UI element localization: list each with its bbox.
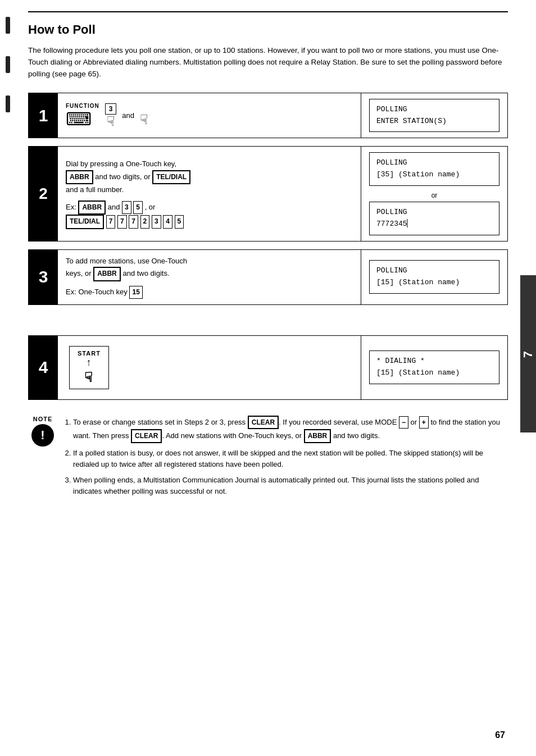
up-arrow-icon: ↑ [78, 357, 101, 368]
digit-3b: 3 [152, 215, 161, 228]
step-1-and: and [122, 111, 134, 120]
step-2-example: Ex: ABBR and 3 5 , or TEL/DIAL 7 7 7 2 3… [66, 201, 353, 229]
step-3-display-box: POLLING [15] (Station name) [369, 260, 499, 294]
step-4-display-box: * DIALING * [15] (Station name) [369, 350, 499, 384]
clear-box-2: CLEAR [131, 429, 162, 443]
step-2-display-box-2: POLLING 7772345▏ [369, 202, 499, 235]
step-2-display: POLLING [35] (Station name) or POLLING 7… [361, 147, 507, 240]
step-1-inner: FUNCTION ⌨ 3 ☟ and _ ☟ [66, 103, 353, 128]
step-3-row: 3 To add more stations, use One-Touch ke… [28, 249, 508, 305]
step2-line1a: Dial by pressing a One-Touch key, [66, 160, 176, 168]
step-1-display-line1: POLLING [376, 105, 407, 113]
key-15-box: 15 [129, 286, 142, 299]
page-number: 67 [495, 730, 505, 740]
step-3-text: To add more stations, use One-Touch keys… [66, 256, 353, 281]
note-text: To erase or change stations set in Steps… [63, 416, 508, 502]
note-item-2: If a polled station is busy, or does not… [73, 448, 508, 470]
step-4-content: START ↑ ☟ [58, 336, 361, 399]
step-2-content: Dial by pressing a One-Touch key, ABBR a… [58, 147, 361, 240]
function-label: FUNCTION [66, 103, 99, 109]
step-1-row: 1 FUNCTION ⌨ 3 ☟ and _ ☟ [28, 93, 508, 139]
step2-disp2-l1: POLLING [376, 208, 407, 216]
step-4-number: 4 [29, 336, 58, 399]
digit-3: 3 [122, 201, 131, 214]
start-label: START [78, 350, 101, 357]
step-3-display: POLLING [15] (Station name) [361, 250, 507, 304]
binding-marks [6, 17, 10, 112]
hand-icon-2: ☟ [140, 113, 148, 126]
start-button-area: START ↑ ☟ [69, 346, 349, 389]
step2-disp1-l1: POLLING [376, 158, 407, 167]
step3-line2b: and two digits. [122, 269, 169, 277]
intro-paragraph: The following procedure lets you poll on… [28, 45, 508, 80]
step-3-content: To add more stations, use One-Touch keys… [58, 250, 361, 304]
abbr-box-2: ABBR [78, 201, 106, 215]
teldial-box-1: TEL/DIAL [152, 170, 190, 184]
binding-mark-2 [6, 56, 10, 73]
start-hand-icon: ☟ [78, 370, 101, 385]
step2-and2: and [108, 203, 122, 211]
top-rule [28, 11, 508, 12]
step-3-number: 3 [29, 250, 58, 304]
step-3-example: Ex: One-Touch key 15 [66, 286, 353, 299]
step3-disp-l2: [15] (Station name) [376, 278, 460, 286]
step2-ex1: Ex: [66, 203, 78, 211]
page-title: How to Poll [28, 22, 508, 37]
step-2-row: 2 Dial by pressing a One-Touch key, ABBR… [28, 146, 508, 241]
step2-and1: and two digits, or [95, 172, 152, 181]
note-section: NOTE ! To erase or change stations set i… [28, 416, 508, 502]
step-1-display: POLLING ENTER STATION(S) [361, 93, 507, 138]
key-3-box: 3 [105, 103, 117, 115]
spacer [28, 313, 508, 335]
step4-disp-l1: * DIALING * [376, 357, 425, 365]
note-label: NOTE [33, 416, 53, 422]
step3-line1: To add more stations, use One-Touch [66, 257, 187, 265]
step-2-text: Dial by pressing a One-Touch key, ABBR a… [66, 158, 353, 196]
digit-7a: 7 [106, 215, 116, 228]
step-1-display-line2: ENTER STATION(S) [376, 117, 447, 125]
binding-mark-1 [6, 17, 10, 34]
step2-disp2-l2: 7772345▏ [376, 220, 411, 228]
binding-mark-3 [6, 95, 10, 112]
start-button[interactable]: START ↑ ☟ [69, 346, 109, 389]
step4-disp-l2: [15] (Station name) [376, 368, 460, 377]
clear-box-1: CLEAR [248, 416, 279, 430]
note-item-3: When polling ends, a Multistation Commun… [73, 475, 508, 497]
step-1-function-area: FUNCTION ⌨ [66, 103, 99, 128]
abbr-box-note: ABBR [304, 429, 331, 443]
note-icon: ! [31, 424, 54, 447]
mode-minus: − [399, 416, 408, 429]
step-4-display: * DIALING * [15] (Station name) [361, 336, 507, 399]
digit-7c: 7 [129, 215, 138, 228]
mode-plus: + [419, 416, 429, 429]
step3-ex: Ex: One-Touch key [66, 288, 129, 296]
digit-2: 2 [140, 215, 150, 228]
step2-line2: and a full number. [66, 185, 124, 194]
note-item-1: To erase or change stations set in Steps… [73, 416, 508, 443]
step-1-number: 1 [29, 93, 58, 138]
page-container: 7 How to Poll The following procedure le… [0, 0, 536, 756]
step-4-row: 4 START ↑ ☟ * DIALING * [15] (Station na… [28, 335, 508, 400]
note-label-col: NOTE ! [28, 416, 57, 447]
hand-icon-1: ☟ [107, 115, 115, 128]
keyboard-icon: ⌨ [66, 110, 99, 128]
abbr-box-1: ABBR [66, 170, 93, 184]
digit-5: 5 [133, 201, 143, 214]
step-2-display-box-1: POLLING [35] (Station name) [369, 152, 499, 186]
step-1-key3-press: 3 ☟ [105, 103, 117, 128]
digit-7b: 7 [117, 215, 127, 228]
teldial-box-2: TEL/DIAL [66, 215, 104, 229]
step-1-hand2: _ ☟ [140, 105, 148, 126]
abbr-box-3: ABBR [93, 267, 121, 281]
step3-disp-l1: POLLING [376, 266, 407, 275]
chapter-tab: 7 [520, 275, 536, 432]
main-content: How to Poll The following procedure lets… [28, 0, 508, 502]
step-1-display-box: POLLING ENTER STATION(S) [369, 99, 499, 133]
step2-disp1-l2: [35] (Station name) [376, 170, 460, 179]
chapter-tab-number: 7 [521, 350, 535, 358]
note-list: To erase or change stations set in Steps… [63, 416, 508, 498]
step-1-content: FUNCTION ⌨ 3 ☟ and _ ☟ [58, 93, 361, 138]
step2-or: , or [145, 203, 156, 211]
step-2-or: or [369, 192, 499, 199]
digit-5b: 5 [175, 215, 184, 228]
